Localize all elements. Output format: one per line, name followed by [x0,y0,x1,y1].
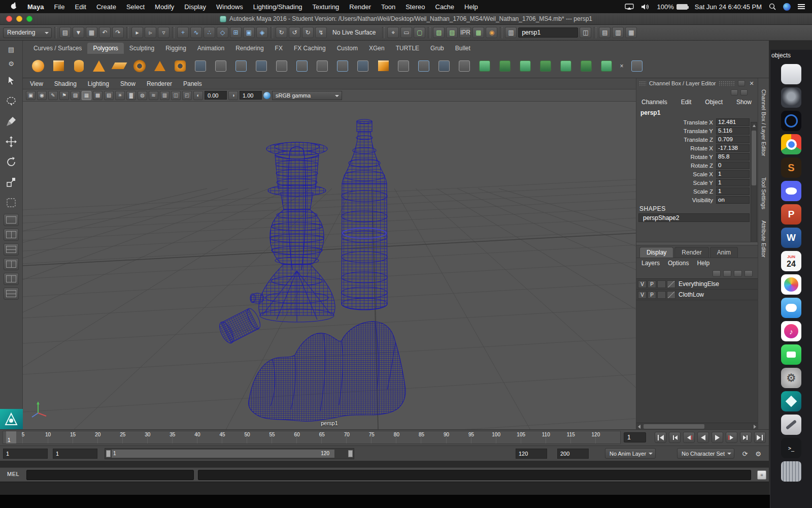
channel-row[interactable]: Scale Z1 [636,187,758,196]
toolbar-separator[interactable] [126,27,129,38]
channel-row[interactable]: Rotate Z0 [636,161,758,170]
current-frame-indicator[interactable]: 1 [6,431,16,443]
dock-icon-sublime-text[interactable]: S [781,157,801,178]
select-camera-icon[interactable]: ▣ [26,91,36,100]
soften-edge-icon[interactable] [212,57,230,75]
contrast-icon[interactable]: ◑ [228,91,238,100]
textured-icon[interactable]: ▧ [104,91,114,100]
step-back-frame-button[interactable] [669,432,681,443]
uv-cylindrical-icon[interactable] [536,57,555,75]
window-close-button[interactable] [6,16,12,22]
playback-end-field[interactable]: 120 [516,449,547,459]
panel-menu-panels[interactable]: Panels [183,80,202,87]
select-hierarchy-icon[interactable]: ▸ [131,27,143,38]
toolbar-separator[interactable] [172,27,175,38]
make-live-icon[interactable]: ▣ [243,27,255,38]
layer-editor-hscrollbar[interactable] [636,423,758,429]
exposure-field[interactable]: 0.00 [205,91,227,100]
output-connections-icon[interactable]: ↺ [289,27,300,38]
move-layer-up-icon[interactable] [713,270,721,277]
channel-value-field[interactable]: on [716,196,750,204]
shelf-tab-sculpting[interactable]: Sculpting [124,43,160,54]
redo-icon[interactable]: ↷ [112,27,124,38]
channels-menu[interactable]: Channels [641,99,667,106]
object-details-icon[interactable]: ▭ [400,27,412,38]
create-layer-from-selected-icon[interactable] [745,270,753,277]
snap-point-icon[interactable]: ∴ [204,27,215,38]
uv-automatic-icon[interactable] [496,57,514,75]
new-scene-icon[interactable]: ▤ [59,27,71,38]
window-minimize-button[interactable] [16,16,22,22]
dock-icon-word[interactable]: W [781,228,801,248]
layout-two-pane-button[interactable] [4,229,19,241]
menu-help[interactable]: Help [459,3,483,11]
create-empty-layer-icon[interactable] [734,270,742,277]
shelf-tab-fx[interactable]: FX [269,43,288,54]
channel-value-field[interactable]: 12.481 [716,118,750,126]
channel-row[interactable]: Scale Y1 [636,178,758,187]
channel-value-field[interactable]: 1 [716,187,750,195]
bridge-icon[interactable] [293,57,311,75]
mirror-geometry-icon[interactable] [415,57,433,75]
window-titlebar[interactable]: Autodesk Maya 2016 - Student Version: /U… [0,13,812,25]
render-settings-icon[interactable]: ▩ [472,27,484,38]
channel-row[interactable]: Translate Y5.116 [636,126,758,135]
channel-value-field[interactable]: 85.8 [716,153,750,161]
screen-ao-icon[interactable]: ◍ [138,91,147,100]
poly-cone-icon[interactable] [90,57,108,75]
volume-icon[interactable] [641,4,650,10]
layer-help-menu[interactable]: Help [697,260,709,267]
layer-display-type-box[interactable] [657,280,666,288]
shelf-close-icon[interactable]: × [618,62,626,70]
paint-selection-tool[interactable] [3,113,20,130]
step-forward-frame-button[interactable] [740,432,752,443]
layout-single-pane-button[interactable] [4,214,19,226]
character-set-dropdown[interactable]: No Character Set [677,448,734,459]
dock-icon-photoshop[interactable] [781,111,801,131]
shelf-tab-grub[interactable]: Grub [425,43,450,54]
scroll-right-icon[interactable] [754,425,756,429]
layer-name[interactable]: EverythingElse [676,280,719,288]
dock-icon-powerpoint[interactable]: P [781,204,801,225]
layer-row[interactable]: V P ClothLow [636,290,758,300]
animation-start-field[interactable]: 1 [3,449,48,459]
shelf-menu-icon[interactable]: ▤ [5,44,18,55]
tab-anim[interactable]: Anim [710,247,738,258]
layer-playback-toggle[interactable]: P [648,291,656,299]
spotlight-icon[interactable] [769,3,776,10]
dock-icon-launchpad[interactable] [781,87,801,108]
step-forward-key-button[interactable] [726,432,737,443]
dock-icon-facetime[interactable] [781,344,801,365]
auto-keyframe-icon[interactable]: ⟳ [740,449,750,459]
window-zoom-button[interactable] [26,16,32,22]
sidebar-tab-attribute-editor[interactable]: Attribute Editor [761,216,767,262]
layout-custom-button[interactable] [4,288,19,300]
select-tool[interactable] [3,72,20,89]
panel-grip[interactable] [639,81,646,86]
bottle-wireframe[interactable] [342,119,387,310]
scene-wireframe[interactable] [23,102,636,429]
dock-icon-terminal[interactable]: >_ [781,438,801,458]
channel-row[interactable]: Rotate X-17.138 [636,144,758,152]
pane-layout-icon[interactable]: ▥ [505,27,517,38]
sidebar-attributeeditor-icon[interactable]: ▦ [625,27,637,38]
snap-view-icon[interactable]: ⊞ [230,27,242,38]
shelf-gear-icon[interactable]: ⚙ [5,58,18,69]
lantern-wireframe[interactable] [250,142,335,322]
toolbar-separator[interactable] [54,27,57,38]
panel-menu-renderer[interactable]: Renderer [147,80,172,87]
command-language-label[interactable]: MEL [7,471,19,477]
tab-display[interactable]: Display [639,247,673,258]
menu-toon[interactable]: Toon [376,3,400,11]
channel-value-field[interactable]: 5.116 [716,127,750,135]
shelf-editor-icon[interactable] [628,57,646,75]
reduce-icon[interactable] [455,57,473,75]
shelf-tab-custom[interactable]: Custom [331,43,363,54]
panel-pin-icon[interactable] [738,80,745,86]
uv-bracket-left-icon[interactable] [557,57,575,75]
cloth-wireframe[interactable] [249,322,405,421]
dock-icon-maya[interactable] [781,391,801,411]
gamma-field[interactable]: 1.00 [240,91,262,100]
shelf-tab-fx-caching[interactable]: FX Caching [288,43,331,54]
menu-select[interactable]: Select [121,3,150,11]
